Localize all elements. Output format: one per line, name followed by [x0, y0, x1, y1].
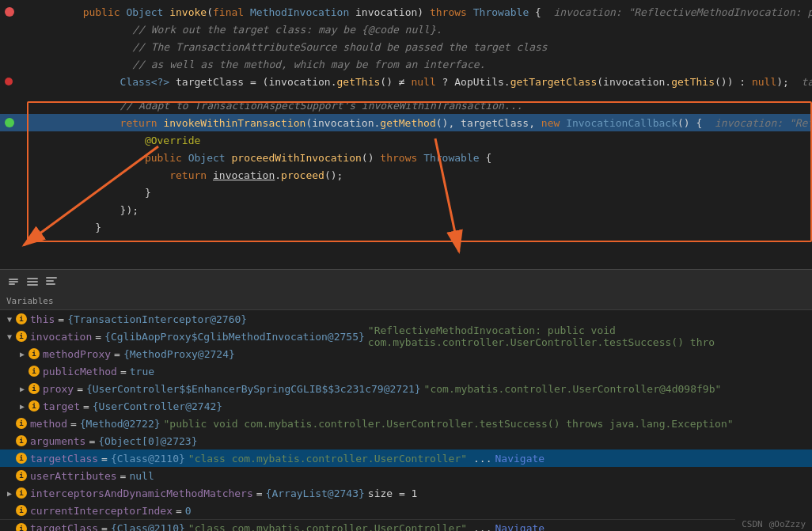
var-name-currentinterceptorindex: currentInterceptorIndex: [30, 505, 173, 517]
var-icon-targetclass-bottom: i: [16, 523, 27, 532]
var-row-currentinterceptorindex[interactable]: i currentInterceptorIndex = 0: [0, 502, 812, 519]
variables-header: Variables: [0, 293, 812, 310]
var-name-this: this: [30, 313, 55, 325]
var-name-target: target: [43, 400, 80, 412]
var-icon-arguments: i: [16, 435, 27, 446]
var-val-publicmethod: true: [130, 366, 154, 377]
var-row-targetclass-bottom[interactable]: i targetClass = {Class@2110} "class com.…: [0, 519, 812, 531]
var-val-arguments: {Object[0]@2723}: [98, 435, 197, 447]
execution-icon-5: [5, 78, 13, 85]
var-row-interceptors[interactable]: i interceptorsAndDynamicMethodMatchers =…: [0, 484, 812, 502]
svg-rect-6: [9, 283, 15, 285]
var-arrow-this: [3, 315, 16, 324]
var-ellipsis-targetclass: ...: [473, 453, 491, 465]
csdn-label: CSDN: [742, 519, 763, 529]
var-name-proxy: proxy: [43, 383, 74, 395]
code-editor: public Object invoke(final MethodInvocat…: [0, 0, 812, 269]
var-name-targetclass: targetClass: [30, 453, 98, 465]
var-val-targetclass-bottom-str: "class com.mybatis.controller.UserContro…: [188, 522, 467, 531]
var-arrow-target: [16, 402, 28, 411]
var-icon-targetclass: i: [16, 453, 27, 464]
var-row-userattributes[interactable]: i userAttributes = null: [0, 467, 812, 484]
svg-rect-4: [9, 279, 18, 280]
var-arrow-methodproxy: [16, 350, 28, 358]
var-navigate-targetclass-bottom[interactable]: Navigate: [495, 522, 545, 531]
bottom-bar: CSDN @OoZzzy: [735, 518, 812, 531]
var-row-proxy[interactable]: i proxy = {UserController$$EnhancerBySpr…: [0, 380, 812, 397]
var-ellipsis-targetclass-bottom: ...: [473, 522, 491, 531]
var-icon-userattributes: i: [16, 470, 27, 481]
var-name-arguments: arguments: [30, 435, 85, 447]
var-val-proxy-str: "com.mybatis.controller.UserController@4…: [424, 383, 722, 395]
var-navigate-targetclass[interactable]: Navigate: [495, 453, 545, 465]
var-row-targetclass[interactable]: i targetClass = {Class@2110} "class com.…: [0, 449, 812, 467]
var-row-methodproxy[interactable]: i methodProxy = {MethodProxy@2724}: [0, 345, 812, 362]
var-icon-proxy: i: [28, 383, 40, 394]
var-icon-interceptors: i: [16, 487, 27, 499]
var-row-target[interactable]: i target = {UserController@2742}: [0, 397, 812, 415]
var-val-interceptors: {ArrayList@2743}: [266, 487, 365, 499]
variables-panel: Variables i this = {TransactionIntercept…: [0, 293, 812, 531]
svg-rect-11: [46, 280, 54, 282]
var-arrow-interceptors: [3, 489, 16, 498]
var-row-invocation[interactable]: i invocation = {CglibAopProxy$CglibMetho…: [0, 328, 812, 345]
code-line-14: }: [0, 218, 812, 236]
watches-icon[interactable]: [25, 275, 40, 289]
var-row-method[interactable]: i method = {Method@2722} "public void co…: [0, 415, 812, 432]
svg-rect-8: [27, 281, 38, 283]
svg-rect-7: [27, 278, 38, 279]
current-line-icon: [5, 118, 14, 127]
frames-icon[interactable]: [44, 275, 59, 289]
var-val-method-str: "public void com.mybatis.controller.User…: [164, 418, 734, 430]
var-icon-target: i: [28, 400, 40, 412]
var-val-methodproxy: {MethodProxy@2724}: [123, 348, 235, 360]
code-content-14: }: [27, 210, 812, 245]
var-val-userattributes: null: [129, 470, 154, 482]
var-name-invocation: invocation: [30, 331, 92, 343]
var-name-userattributes: userAttributes: [30, 470, 117, 482]
var-icon-this: i: [16, 313, 27, 324]
var-val-method: {Method@2722}: [80, 418, 161, 430]
var-icon-publicmethod: i: [28, 366, 40, 377]
var-val-proxy: {UserController$$EnhancerBySpringCGLIB$$…: [86, 383, 421, 395]
var-name-targetclass-bottom: targetClass: [30, 522, 98, 531]
var-name-interceptors: interceptorsAndDynamicMethodMatchers: [30, 487, 253, 499]
breakpoint-icon-1[interactable]: [5, 7, 14, 17]
var-icon-methodproxy: i: [28, 348, 40, 359]
var-icon-invocation: i: [16, 331, 27, 342]
var-arrow-invocation: [3, 332, 16, 341]
svg-rect-10: [46, 277, 57, 279]
var-name-method: method: [30, 418, 67, 430]
var-icon-currentinterceptorindex: i: [16, 505, 27, 516]
var-val-this: {TransactionInterceptor@2760}: [67, 313, 247, 325]
debugger-toolbar: [0, 269, 812, 293]
var-arrow-proxy: [16, 385, 28, 393]
variables-icon[interactable]: [6, 275, 21, 289]
var-val-targetclass-bottom: {Class@2110}: [111, 522, 185, 531]
var-val-invocation: {CglibAopProxy$CglibMethodInvocation@275…: [104, 331, 365, 343]
user-label: @OoZzzy: [769, 519, 806, 529]
var-val-targetclass: {Class@2110}: [111, 453, 185, 465]
variables-label: Variables: [6, 296, 54, 306]
var-val-targetclass-str: "class com.mybatis.controller.UserContro…: [188, 453, 467, 465]
var-val-currentinterceptorindex: 0: [185, 505, 192, 517]
var-val-target: {UserController@2742}: [93, 400, 222, 412]
var-val-interceptors-size: size = 1: [368, 487, 418, 499]
var-icon-method: i: [16, 418, 27, 429]
var-name-publicmethod: publicMethod: [43, 366, 117, 377]
var-name-methodproxy: methodProxy: [43, 348, 111, 360]
svg-rect-9: [27, 284, 38, 286]
svg-rect-5: [9, 281, 18, 283]
var-row-publicmethod[interactable]: i publicMethod = true: [0, 362, 812, 380]
var-row-arguments[interactable]: i arguments = {Object[0]@2723}: [0, 432, 812, 449]
svg-rect-12: [46, 283, 55, 285]
